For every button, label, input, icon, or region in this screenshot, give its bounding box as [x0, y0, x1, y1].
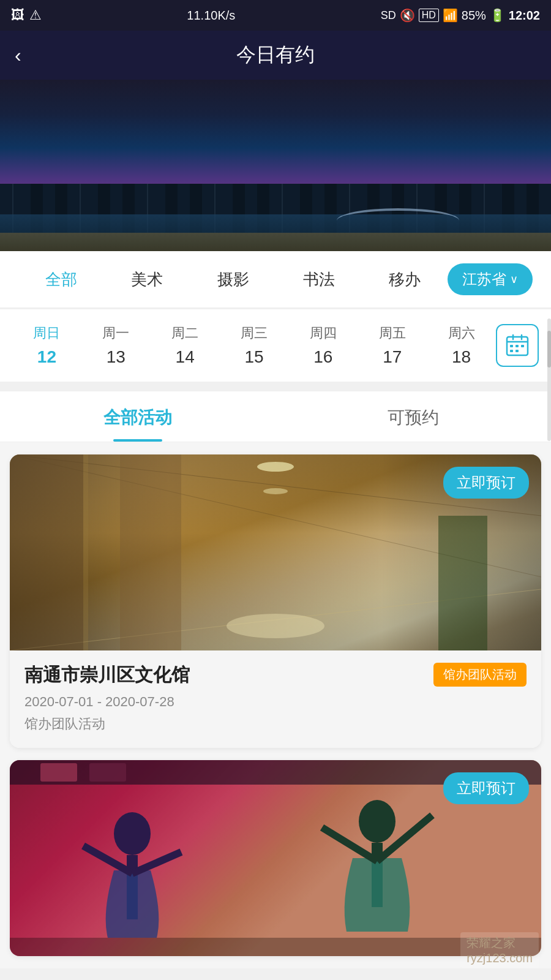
- category-bar: 全部 美术 摄影 书法 移办 江苏省 ∨: [0, 251, 551, 308]
- day-thursday[interactable]: 周四 16: [288, 324, 358, 367]
- activity-card-1[interactable]: 立即预订 At 18 南通市崇川区文化馆 馆办团队活动 2020-07-01 -…: [10, 454, 541, 748]
- svg-rect-12: [10, 454, 83, 650]
- watermark: 荣耀之家ryzj123.com: [460, 932, 539, 968]
- scroll-thumb: [547, 331, 551, 368]
- svg-point-20: [114, 812, 151, 855]
- province-selector[interactable]: 江苏省 ∨: [448, 263, 533, 295]
- card-title-1: 南通市崇川区文化馆: [24, 663, 190, 688]
- book-badge-2[interactable]: 立即预订: [443, 772, 529, 804]
- svg-rect-14: [120, 454, 181, 650]
- svg-point-15: [257, 462, 294, 472]
- back-button[interactable]: ‹: [15, 44, 21, 67]
- page-title: 今日有约: [236, 42, 315, 69]
- clock: 12:02: [509, 9, 540, 23]
- day-name-mon: 周一: [102, 324, 129, 342]
- activities-list: 立即预订 At 18 南通市崇川区文化馆 馆办团队活动 2020-07-01 -…: [0, 442, 551, 968]
- status-right: SD 🔇 HD 📶 85% 🔋 12:02: [381, 8, 540, 23]
- svg-rect-7: [510, 350, 513, 352]
- day-sunday[interactable]: 周日 12: [12, 324, 81, 367]
- day-friday[interactable]: 周五 17: [358, 324, 427, 367]
- battery-level: 85%: [462, 9, 486, 23]
- day-name-fri: 周五: [379, 324, 406, 342]
- mute-icon: 🔇: [400, 8, 415, 23]
- category-art[interactable]: 美术: [104, 264, 190, 295]
- day-name-wed: 周三: [241, 324, 268, 342]
- battery-icon: 🔋: [490, 8, 505, 23]
- day-num-sun: 12: [37, 347, 56, 367]
- day-num-mon: 13: [107, 347, 126, 367]
- at18-label: At 18: [519, 603, 541, 614]
- network-speed: 11.10K/s: [187, 9, 235, 23]
- calendar-icon: [505, 333, 530, 358]
- category-photo[interactable]: 摄影: [190, 264, 276, 295]
- card-type-text-1: 馆办团队活动: [24, 715, 527, 733]
- bridge-effect: [337, 208, 459, 233]
- day-name-sat: 周六: [448, 324, 475, 342]
- tab-bookable[interactable]: 可预约: [276, 391, 551, 442]
- status-bar: 🖼 ⚠ 11.10K/s SD 🔇 HD 📶 85% 🔋 12:02: [0, 0, 551, 31]
- top-nav: ‹ 今日有约: [0, 31, 551, 80]
- province-label: 江苏省: [462, 270, 506, 289]
- activity-card-2[interactable]: 立即预订: [10, 760, 541, 956]
- svg-rect-18: [438, 516, 487, 650]
- scroll-indicator: [547, 318, 551, 441]
- day-num-sat: 18: [452, 347, 471, 367]
- category-all[interactable]: 全部: [18, 264, 104, 295]
- svg-rect-5: [515, 345, 519, 347]
- card-info-1: 南通市崇川区文化馆 馆办团队活动 2020-07-01 - 2020-07-28…: [10, 650, 541, 748]
- day-num-fri: 17: [383, 347, 402, 367]
- river-effect: [0, 214, 551, 251]
- category-more[interactable]: 移办: [362, 264, 448, 295]
- svg-point-24: [359, 800, 395, 843]
- signal-icon: 📶: [443, 8, 458, 23]
- day-name-tue: 周二: [171, 324, 198, 342]
- warning-icon: ⚠: [29, 7, 42, 23]
- status-left: 🖼 ⚠: [11, 7, 42, 23]
- svg-rect-31: [89, 763, 126, 782]
- svg-rect-6: [521, 345, 524, 347]
- svg-rect-13: [83, 454, 88, 650]
- day-monday[interactable]: 周一 13: [81, 324, 151, 367]
- activity-tabs: 全部活动 可预约: [0, 391, 551, 442]
- svg-rect-4: [510, 345, 513, 347]
- category-calligraphy[interactable]: 书法: [276, 264, 362, 295]
- week-calendar: 周日 12 周一 13 周二 14 周三 15 周四 16 周五 17 周六 1…: [0, 309, 551, 382]
- tab-all-activities[interactable]: 全部活动: [0, 391, 276, 442]
- hero-banner: [0, 80, 551, 251]
- day-name-thu: 周四: [310, 324, 337, 342]
- svg-point-16: [263, 488, 288, 494]
- svg-rect-30: [40, 763, 77, 782]
- card-date-1: 2020-07-01 - 2020-07-28: [24, 694, 527, 710]
- svg-rect-8: [515, 350, 519, 352]
- calendar-picker-button[interactable]: [496, 324, 539, 367]
- day-wednesday[interactable]: 周三 15: [220, 324, 289, 367]
- card-image-container-1: 立即预订 At 18: [10, 454, 541, 650]
- svg-point-17: [227, 614, 324, 638]
- day-num-wed: 15: [244, 347, 263, 367]
- day-num-thu: 16: [313, 347, 332, 367]
- image-icon: 🖼: [11, 7, 24, 23]
- card-title-row-1: 南通市崇川区文化馆 馆办团队活动: [24, 663, 527, 688]
- day-tuesday[interactable]: 周二 14: [151, 324, 220, 367]
- chevron-down-icon: ∨: [510, 273, 518, 286]
- day-num-tue: 14: [176, 347, 195, 367]
- card-image-container-2: 立即预订: [10, 760, 541, 956]
- day-name-sun: 周日: [33, 324, 60, 342]
- day-saturday[interactable]: 周六 18: [427, 324, 496, 367]
- book-badge-1[interactable]: 立即预订: [443, 467, 529, 499]
- hd-icon: HD: [419, 9, 439, 22]
- sd-icon: SD: [381, 9, 396, 22]
- activity-type-badge-1: 馆办团队活动: [433, 663, 527, 687]
